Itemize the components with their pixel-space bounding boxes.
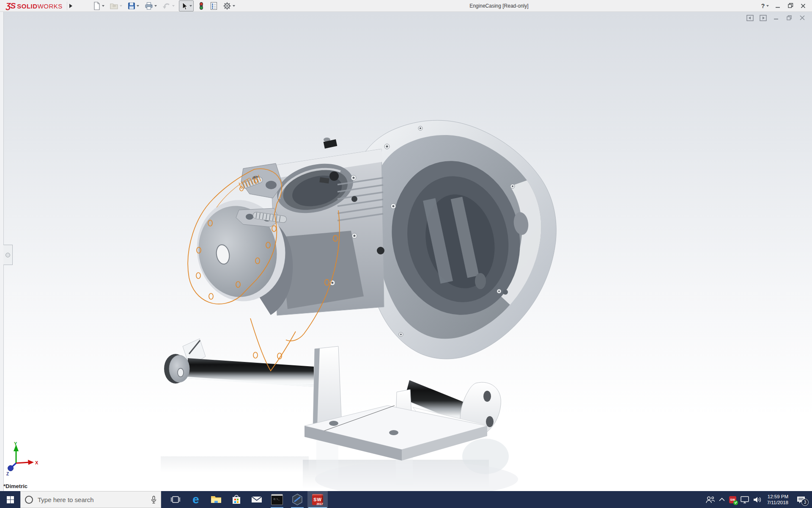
start-button[interactable] xyxy=(0,491,20,508)
command-prompt-icon: C:\_ xyxy=(271,494,283,505)
panel-tab-knob xyxy=(5,253,10,257)
file-properties-button[interactable] xyxy=(209,1,219,11)
y-axis-label: Y xyxy=(14,441,17,446)
taskbar-app-solidworks[interactable]: SW 2017 xyxy=(307,491,328,508)
document-title: EngineCasing [Read-only] xyxy=(239,3,759,9)
feature-manager-tab[interactable] xyxy=(3,245,13,265)
microphone-icon[interactable] xyxy=(151,496,156,504)
new-document-icon xyxy=(93,2,101,10)
taskbar-app-edge[interactable]: e xyxy=(186,491,206,508)
chevron-down-icon[interactable] xyxy=(154,5,157,7)
quick-access-toolbar xyxy=(92,0,239,11)
undo-icon xyxy=(162,2,171,10)
show-left-pane-button[interactable] xyxy=(745,14,754,22)
clutch-cover-assembly xyxy=(189,163,294,315)
taskbar-search-input[interactable]: Type here to search xyxy=(20,491,161,508)
people-button[interactable] xyxy=(703,491,717,508)
front-mount-shaft xyxy=(164,339,314,387)
file-explorer-icon xyxy=(211,495,222,504)
x-axis-label: X xyxy=(35,460,38,465)
people-icon xyxy=(705,496,715,503)
right-triangle-icon xyxy=(69,4,72,8)
open-folder-icon xyxy=(110,2,118,10)
new-document-button[interactable] xyxy=(92,1,106,11)
solidworks-logo-mark: ƷS xyxy=(6,1,15,11)
rebuild-traffic-light-icon xyxy=(198,1,205,11)
x-axis-arrow xyxy=(28,460,34,465)
chevron-down-icon[interactable] xyxy=(102,5,104,7)
z-axis-ball xyxy=(8,466,14,471)
window-controls: ? xyxy=(759,0,809,11)
file-properties-icon xyxy=(210,2,217,10)
notification-badge: 3 xyxy=(801,499,809,506)
taskbar-app-cmd[interactable]: C:\_ xyxy=(267,491,287,508)
print-icon xyxy=(145,2,153,10)
document-window-controls xyxy=(745,14,807,22)
solidworks-logo: ƷS SOLIDWORKS xyxy=(6,1,63,11)
doc-minimize-button[interactable] xyxy=(771,14,781,22)
chevron-up-icon xyxy=(719,497,725,502)
clock-time: 12:59 PM xyxy=(767,494,788,500)
windows-logo-icon xyxy=(7,496,14,503)
chevron-down-icon[interactable] xyxy=(137,5,139,7)
save-button[interactable] xyxy=(126,1,140,11)
taskbar-app-hexagon[interactable] xyxy=(287,491,307,508)
solidworks-monitor-tray[interactable]: SW xyxy=(727,491,738,508)
engine-casing-model xyxy=(0,12,812,491)
check-icon xyxy=(733,500,738,505)
menu-flyout-button[interactable] xyxy=(67,2,75,10)
help-button[interactable]: ? xyxy=(759,0,771,11)
search-placeholder: Type here to search xyxy=(38,496,151,503)
chevron-down-icon[interactable] xyxy=(189,5,192,7)
doc-restore-button[interactable] xyxy=(785,14,794,22)
taskbar-clock[interactable]: 12:59 PM 7/11/2018 xyxy=(764,494,792,505)
windows-taskbar: Type here to search e xyxy=(0,491,812,508)
doc-close-button[interactable] xyxy=(798,14,807,22)
options-gear-icon xyxy=(223,2,231,10)
save-floppy-icon xyxy=(128,2,135,10)
chevron-down-icon[interactable] xyxy=(233,5,235,7)
store-icon xyxy=(231,494,241,505)
network-icon xyxy=(741,496,749,503)
solidworks-window: Y X Z *Dimetric ƷS SOLIDWORKS xyxy=(0,0,812,508)
taskbar-app-mail[interactable] xyxy=(247,491,267,508)
options-button[interactable] xyxy=(222,1,236,11)
network-button[interactable] xyxy=(738,491,751,508)
view-orientation-label: *Dimetric xyxy=(3,483,27,489)
edge-icon: e xyxy=(192,494,199,505)
z-axis-label: Z xyxy=(6,472,9,476)
speaker-icon xyxy=(753,496,762,503)
minimize-button[interactable] xyxy=(771,0,784,11)
chevron-down-icon xyxy=(120,5,122,7)
clock-date: 7/11/2018 xyxy=(767,500,788,505)
print-button[interactable] xyxy=(143,1,158,11)
graphics-area[interactable]: Y X Z *Dimetric xyxy=(0,12,812,491)
show-right-pane-button[interactable] xyxy=(758,14,768,22)
taskbar-empty-space xyxy=(328,491,703,508)
taskbar-app-file-explorer[interactable] xyxy=(206,491,226,508)
chevron-down-icon xyxy=(172,5,175,7)
cortana-icon[interactable] xyxy=(25,496,33,504)
task-view-button[interactable] xyxy=(165,491,186,508)
rebuild-button[interactable] xyxy=(197,1,206,11)
select-cursor-icon xyxy=(181,2,188,10)
volume-button[interactable] xyxy=(751,491,764,508)
undo-button xyxy=(161,1,176,11)
chevron-down-icon[interactable] xyxy=(766,5,769,7)
orientation-triad: Y X Z xyxy=(5,441,41,478)
action-center-button[interactable]: 3 xyxy=(792,491,810,508)
restore-button[interactable] xyxy=(784,0,797,11)
select-tool-button[interactable] xyxy=(179,0,194,11)
close-button[interactable] xyxy=(797,0,809,11)
solidworks-tray-icon: SW xyxy=(729,496,736,503)
title-bar: ƷS SOLIDWORKS xyxy=(0,0,812,12)
system-tray: SW 1 xyxy=(703,491,812,508)
open-button[interactable] xyxy=(109,1,123,11)
hexagon-app-icon xyxy=(292,494,303,505)
taskbar-app-store[interactable] xyxy=(226,491,247,508)
task-view-icon xyxy=(171,495,180,504)
mail-icon xyxy=(251,495,262,504)
solidworks-app-icon: SW 2017 xyxy=(312,494,323,505)
tray-overflow-button[interactable] xyxy=(717,491,727,508)
